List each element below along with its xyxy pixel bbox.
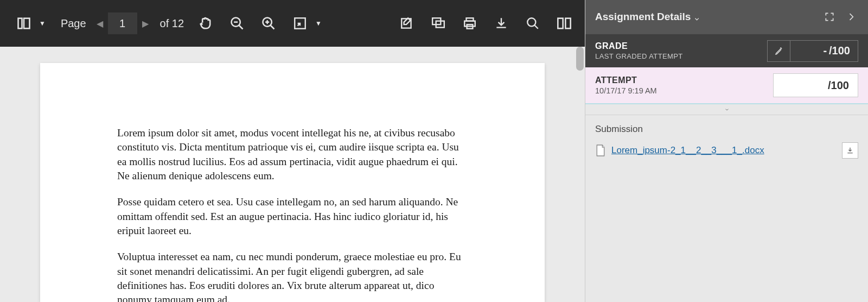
pencil-icon[interactable] [768, 41, 790, 61]
print-icon[interactable] [460, 14, 480, 33]
panel-header: Assignment Details ⌵ [585, 0, 868, 34]
grade-max: /100 [829, 45, 850, 57]
document-page: Lorem ipsum dolor sit amet, modus vocent… [40, 63, 545, 302]
assignment-details-panel: Assignment Details ⌵ GRADE LAST GRADED A… [585, 0, 868, 302]
attempt-max: /100 [828, 79, 849, 92]
submission-section: Submission Lorem_ipsum-2_1__2__3___1_.do… [585, 115, 868, 167]
attempt-title: ATTEMPT [595, 76, 657, 85]
page-number-input[interactable] [108, 12, 137, 34]
zoom-out-icon[interactable] [227, 14, 247, 33]
fit-page-icon[interactable] [290, 14, 310, 33]
panel-dropdown-icon[interactable]: ▼ [36, 20, 49, 27]
svg-line-6 [271, 26, 275, 29]
prev-page-icon[interactable]: ◀ [93, 15, 107, 32]
svg-rect-1 [24, 18, 30, 29]
pdf-toolbar: ▼ Page ◀ ▶ of 12 [0, 0, 585, 47]
attempt-timestamp: 10/17/17 9:19 AM [595, 86, 657, 95]
download-file-button[interactable] [842, 142, 858, 159]
side-by-side-icon[interactable] [554, 14, 574, 33]
file-icon [595, 144, 606, 157]
svg-line-3 [239, 26, 243, 29]
submission-file-link[interactable]: Lorem_ipsum-2_1__2__3___1_.docx [611, 145, 764, 156]
download-icon[interactable] [492, 14, 511, 33]
grade-value: - [823, 45, 827, 57]
expand-toggle[interactable] [585, 104, 868, 115]
document-paragraph: Voluptua interesset ea nam, cu nec mundi… [117, 250, 468, 302]
chevron-down-icon: ⌵ [695, 14, 699, 22]
page-label: Page [61, 17, 86, 30]
submission-label: Submission [595, 124, 858, 135]
svg-rect-19 [565, 18, 570, 29]
attempt-row: ATTEMPT 10/17/17 9:19 AM /100 [585, 67, 868, 104]
svg-rect-14 [464, 21, 475, 27]
document-paragraph: Lorem ipsum dolor sit amet, modus vocent… [117, 126, 468, 183]
grade-title: GRADE [595, 41, 683, 51]
document-paragraph: Posse quidam cetero et sea. Usu case int… [117, 195, 468, 238]
search-icon[interactable] [523, 14, 542, 33]
grade-row: GRADE LAST GRADED ATTEMPT - /100 [585, 34, 868, 67]
svg-line-17 [534, 25, 538, 29]
pan-tool-icon[interactable] [196, 14, 215, 33]
grade-input-box[interactable]: - /100 [767, 40, 858, 62]
comment-icon[interactable] [429, 14, 448, 33]
next-page-icon[interactable]: ▶ [138, 15, 152, 32]
svg-point-16 [527, 18, 535, 26]
panel-title[interactable]: Assignment Details ⌵ [595, 11, 699, 23]
page-total-label: of 12 [160, 17, 184, 30]
panel-toggle-icon[interactable] [14, 14, 34, 33]
attempt-grade-input[interactable]: /100 [773, 73, 858, 97]
chevron-right-icon[interactable] [843, 9, 859, 25]
vertical-scrollbar[interactable] [576, 47, 584, 71]
edit-icon[interactable] [397, 14, 417, 33]
zoom-in-icon[interactable] [259, 14, 278, 33]
fit-dropdown-icon[interactable]: ▼ [312, 20, 325, 27]
svg-rect-18 [558, 18, 563, 29]
svg-rect-0 [18, 18, 22, 29]
document-viewer[interactable]: Lorem ipsum dolor sit amet, modus vocent… [0, 47, 585, 302]
expand-icon[interactable] [821, 9, 838, 25]
grade-subtitle: LAST GRADED ATTEMPT [595, 52, 683, 60]
submission-file-row: Lorem_ipsum-2_1__2__3___1_.docx [595, 142, 858, 159]
